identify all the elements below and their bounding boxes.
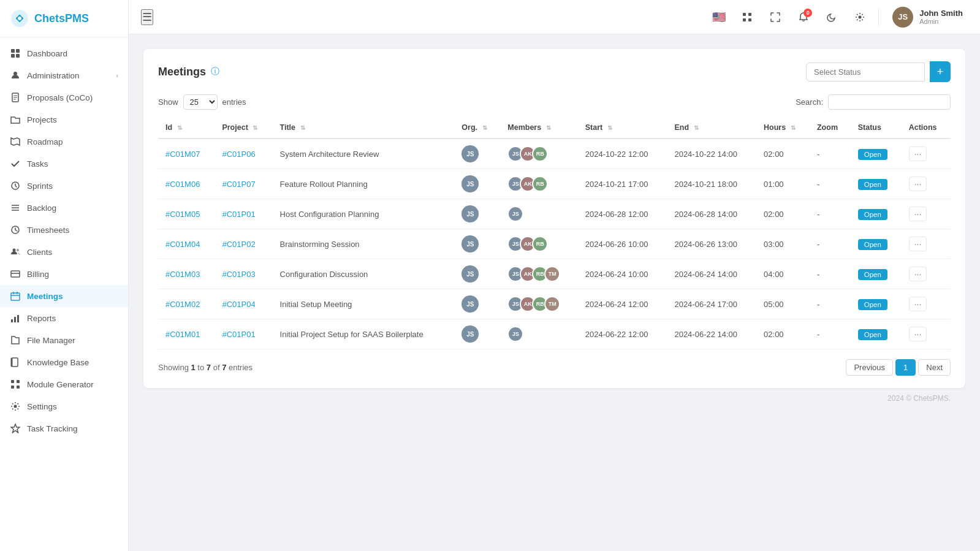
- actions-button[interactable]: ···: [909, 267, 927, 281]
- status-filter-input[interactable]: [806, 63, 925, 82]
- org-avatar: JS: [462, 235, 479, 253]
- col-org[interactable]: Org. ⇅: [454, 117, 500, 139]
- hamburger-button[interactable]: ☰: [141, 9, 153, 25]
- sidebar-item-dashboard[interactable]: Dashboard: [0, 42, 128, 64]
- meeting-id-link[interactable]: #C01M06: [165, 180, 200, 189]
- cell-id: #C01M05: [158, 199, 215, 229]
- table-footer: Showing 1 to 7 of 7 entries Previous 1 N…: [158, 359, 951, 376]
- meeting-id-link[interactable]: #C01M02: [165, 300, 200, 309]
- meeting-id-link[interactable]: #C01M04: [165, 240, 200, 249]
- sidebar-item-sprints[interactable]: Sprints: [0, 175, 128, 197]
- table-row: #C01M06 #C01P07 Feature Rollout Planning…: [158, 169, 951, 199]
- dark-mode-button[interactable]: [822, 7, 841, 27]
- meeting-id-link[interactable]: #C01M05: [165, 210, 200, 219]
- meeting-id-link[interactable]: #C01M01: [165, 330, 200, 339]
- sidebar-item-projects[interactable]: Projects: [0, 108, 128, 131]
- meeting-id-link[interactable]: #C01M07: [165, 150, 200, 159]
- sidebar-logo[interactable]: ChetsPMS: [0, 0, 128, 37]
- next-button[interactable]: Next: [918, 359, 951, 376]
- logo-icon: [10, 9, 29, 28]
- sidebar-item-task-tracking[interactable]: Task Tracking: [0, 417, 128, 439]
- sidebar-item-billing[interactable]: Billing: [0, 263, 128, 285]
- info-icon[interactable]: ⓘ: [211, 66, 219, 77]
- sort-icon: ⇅: [253, 124, 257, 131]
- col-hours[interactable]: Hours ⇅: [756, 117, 810, 139]
- sidebar-item-label: Billing: [27, 270, 49, 279]
- actions-button[interactable]: ···: [909, 146, 927, 161]
- sidebar-item-file-manager[interactable]: File Manager: [0, 329, 128, 351]
- sidebar-item-label: Dashboard: [27, 49, 67, 58]
- cell-title: Initial Project Setup for SAAS Boilerpla…: [273, 319, 455, 349]
- cell-actions: ···: [902, 229, 951, 259]
- org-avatar: JS: [462, 205, 479, 222]
- actions-button[interactable]: ···: [909, 297, 927, 311]
- col-start[interactable]: Start ⇅: [578, 117, 667, 139]
- actions-button[interactable]: ···: [909, 207, 927, 221]
- col-project[interactable]: Project ⇅: [215, 117, 272, 139]
- copyright-text: 2024 © ChetsPMS.: [887, 394, 951, 403]
- project-id-link[interactable]: #C01P04: [222, 300, 255, 309]
- sidebar-item-proposals[interactable]: Proposals (CoCo): [0, 86, 128, 108]
- user-info: John Smith Admin: [919, 9, 963, 25]
- project-id-link[interactable]: #C01P02: [222, 240, 255, 249]
- project-id-link[interactable]: #C01P06: [222, 150, 255, 159]
- cell-end: 2024-10-21 18:00: [667, 169, 756, 199]
- table-row: #C01M03 #C01P03 Configuration Discussion…: [158, 259, 951, 289]
- add-meeting-button[interactable]: +: [930, 61, 951, 82]
- cell-status: Open: [851, 169, 902, 199]
- project-id-link[interactable]: #C01P01: [222, 210, 255, 219]
- sidebar-item-timesheets[interactable]: Timesheets: [0, 219, 128, 241]
- actions-button[interactable]: ···: [909, 237, 927, 251]
- page-content: Meetings ⓘ + Show 10 25 50 100: [129, 34, 980, 551]
- sidebar-item-label: Backlog: [27, 203, 56, 213]
- previous-button[interactable]: Previous: [846, 359, 893, 376]
- col-end[interactable]: End ⇅: [667, 117, 756, 139]
- cell-hours: 02:00: [756, 199, 810, 229]
- cell-end: 2024-06-28 14:00: [667, 199, 756, 229]
- svg-point-36: [14, 405, 17, 408]
- sidebar-item-clients[interactable]: Clients: [0, 241, 128, 263]
- cell-start: 2024-06-28 12:00: [578, 199, 667, 229]
- page-1-button[interactable]: 1: [895, 359, 916, 376]
- clock-icon: [10, 224, 21, 235]
- table-row: #C01M02 #C01P04 Initial Setup Meeting JS…: [158, 289, 951, 319]
- notifications-button[interactable]: 0: [794, 7, 813, 27]
- col-id[interactable]: Id ⇅: [158, 117, 215, 139]
- sidebar-item-administration[interactable]: Administration ›: [0, 64, 128, 86]
- project-id-link[interactable]: #C01P07: [222, 180, 255, 189]
- sidebar-item-label: Task Tracking: [27, 424, 78, 433]
- sidebar-item-meetings[interactable]: Meetings: [0, 285, 128, 307]
- topbar-settings-button[interactable]: [850, 7, 870, 27]
- fullscreen-button[interactable]: [765, 7, 785, 27]
- meeting-id-link[interactable]: #C01M03: [165, 270, 200, 279]
- apps-grid-button[interactable]: [737, 7, 757, 27]
- status-badge: Open: [858, 179, 887, 190]
- sidebar-item-backlog[interactable]: Backlog: [0, 197, 128, 219]
- cell-actions: ···: [902, 289, 951, 319]
- user-menu-button[interactable]: JS John Smith Admin: [887, 4, 968, 30]
- sidebar-item-reports[interactable]: Reports: [0, 307, 128, 329]
- cell-org: JS: [454, 289, 500, 319]
- sidebar-item-roadmap[interactable]: Roadmap: [0, 131, 128, 153]
- svg-rect-5: [16, 54, 20, 58]
- sidebar-item-settings[interactable]: Settings: [0, 395, 128, 417]
- svg-marker-37: [11, 424, 20, 433]
- search-input[interactable]: [828, 94, 951, 110]
- entries-per-page-select[interactable]: 10 25 50 100: [183, 94, 218, 110]
- project-id-link[interactable]: #C01P03: [222, 270, 255, 279]
- col-members[interactable]: Members ⇅: [500, 117, 577, 139]
- project-id-link[interactable]: #C01P01: [222, 330, 255, 339]
- sidebar-item-knowledge-base[interactable]: Knowledge Base: [0, 351, 128, 373]
- col-title[interactable]: Title ⇅: [273, 117, 455, 139]
- cell-members: JSAKRBTM: [500, 289, 577, 319]
- language-flag-button[interactable]: 🇺🇸: [709, 7, 729, 27]
- billing-icon: [10, 268, 21, 279]
- cell-project: #C01P07: [215, 169, 272, 199]
- topbar: ☰ 🇺🇸 0: [129, 0, 980, 34]
- sidebar-item-tasks[interactable]: Tasks: [0, 153, 128, 175]
- actions-button[interactable]: ···: [909, 177, 927, 191]
- cell-members: JS: [500, 319, 577, 349]
- cell-end: 2024-06-24 17:00: [667, 289, 756, 319]
- sidebar-item-module-generator[interactable]: Module Generator: [0, 373, 128, 395]
- actions-button[interactable]: ···: [909, 327, 927, 341]
